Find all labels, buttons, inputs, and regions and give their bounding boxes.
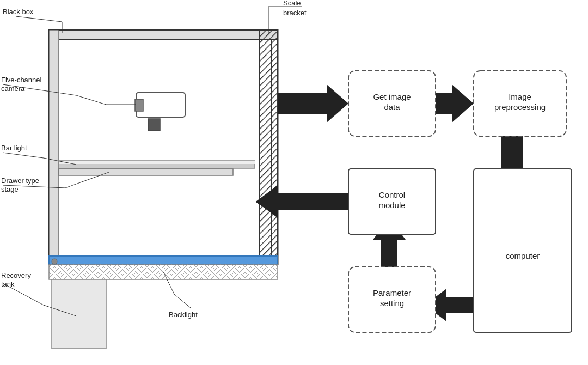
svg-rect-3 — [49, 30, 59, 264]
svg-text:data: data — [384, 102, 400, 112]
svg-text:Parameter: Parameter — [373, 288, 411, 297]
diagram: Get image data Image preprocessing Contr… — [0, 0, 588, 365]
svg-text:Five-channel: Five-channel — [1, 76, 42, 84]
svg-marker-22 — [278, 84, 348, 123]
svg-rect-2 — [49, 30, 278, 40]
svg-rect-11 — [135, 99, 143, 111]
svg-rect-1 — [56, 37, 271, 258]
svg-text:setting: setting — [380, 299, 404, 308]
svg-rect-15 — [59, 169, 233, 175]
svg-text:preprocessing: preprocessing — [494, 102, 546, 112]
svg-line-47 — [16, 16, 62, 22]
svg-text:stage: stage — [1, 185, 19, 193]
svg-text:bracket: bracket — [283, 9, 307, 17]
svg-text:Image: Image — [509, 92, 531, 101]
svg-rect-27 — [278, 195, 348, 209]
svg-text:Bar light: Bar light — [1, 144, 27, 152]
svg-marker-20 — [52, 279, 106, 349]
svg-text:computer: computer — [506, 251, 540, 260]
svg-text:Drawer type: Drawer type — [1, 177, 39, 185]
svg-text:Recovery: Recovery — [1, 271, 31, 279]
svg-rect-14 — [59, 161, 255, 164]
svg-text:Control: Control — [379, 190, 405, 199]
svg-rect-12 — [148, 119, 160, 131]
svg-rect-4 — [259, 30, 278, 264]
svg-text:Get image: Get image — [373, 92, 411, 101]
svg-line-68 — [174, 294, 191, 308]
svg-text:module: module — [378, 200, 405, 210]
svg-line-57 — [3, 153, 44, 158]
svg-point-21 — [52, 259, 57, 264]
svg-text:tank: tank — [1, 280, 15, 288]
label-scale-bracket: Scale — [283, 0, 301, 7]
svg-text:camera: camera — [1, 84, 25, 93]
svg-text:Backlight: Backlight — [169, 311, 198, 319]
svg-rect-36 — [474, 169, 572, 332]
label-black-box: Black box — [3, 8, 34, 16]
svg-rect-16 — [49, 256, 278, 264]
